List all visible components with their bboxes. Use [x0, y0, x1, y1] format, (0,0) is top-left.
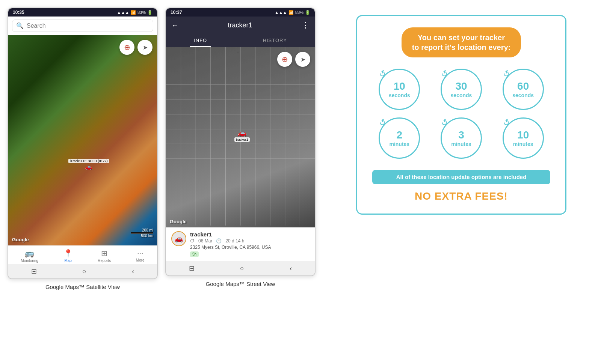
- nav-map[interactable]: 📍 Map: [63, 249, 73, 263]
- interval-inner-4: 3 minutes: [451, 129, 471, 147]
- nav-more[interactable]: ··· More: [136, 249, 145, 263]
- tracker-date-icon: ⏱: [190, 238, 195, 244]
- phone2-gesture-bar: ⊟ ○ ‹: [166, 261, 315, 275]
- phone1-caption: Google Maps™ Satellite View: [45, 282, 120, 292]
- promo-title-line2: to report it's location every:: [412, 43, 511, 51]
- reports-icon: ⊞: [101, 249, 107, 258]
- interval-inner-1: 30 seconds: [451, 80, 472, 98]
- phone2-signal-icon: ▲▲▲: [275, 10, 287, 15]
- interval-item-3: ↺ 2 minutes: [372, 117, 427, 159]
- tracker-badge: 5h: [190, 251, 199, 257]
- interval-unit-3: minutes: [389, 141, 409, 147]
- interval-circle-1: ↺ 30 seconds: [441, 69, 482, 110]
- tracker-label: iTrack1LTE BOLD (0177): [68, 159, 109, 163]
- street-tracker-label: tracker1: [234, 137, 250, 142]
- navigate-button[interactable]: ➤: [137, 40, 153, 55]
- phone2-gesture-back-icon: ‹: [290, 265, 292, 272]
- gesture-home-icon: ○: [82, 268, 86, 275]
- reports-label: Reports: [98, 259, 111, 263]
- search-input[interactable]: [27, 23, 149, 29]
- phone2-compass-button[interactable]: ⊕: [277, 52, 292, 67]
- arrow-1: ↺: [439, 68, 450, 80]
- promo-title-box: You can set your tracker to report it's …: [402, 27, 521, 57]
- scale-bar: 200 mi 500 km: [131, 228, 153, 238]
- interval-number-5: 10: [517, 129, 529, 141]
- nav-reports[interactable]: ⊞ Reports: [98, 249, 111, 263]
- compass-icon: ⊕: [124, 43, 130, 52]
- interval-number-3: 2: [397, 129, 403, 141]
- scroll-indicator: ⌃: [236, 50, 240, 57]
- tracker-name: tracker1: [190, 231, 271, 238]
- phone2-compass-icon: ⊕: [282, 55, 288, 64]
- nav-monitoring[interactable]: 🚌 Monitoring: [21, 249, 38, 263]
- scale-top: 200 mi: [142, 228, 153, 232]
- phone2-status-bar: 10:37 ▲▲▲ 📶 83% 🔋: [166, 8, 315, 17]
- tracker-info-bar: 🚗 tracker1 ⏱ 06 Mar 🕐 20 d 14 h 2325 Mye…: [166, 227, 315, 261]
- phone1-battery: 83%: [137, 10, 146, 15]
- street-tracker-marker: 🚗 tracker1: [234, 128, 250, 142]
- included-text: All of these location update options are…: [396, 174, 527, 180]
- phone2-caption: Google Maps™ Street View: [206, 279, 275, 289]
- tab-info-label: INFO: [194, 38, 207, 43]
- phone2-battery: 83%: [295, 10, 304, 15]
- interval-inner-3: 2 minutes: [389, 129, 409, 147]
- interval-number-1: 30: [455, 80, 467, 92]
- tab-history-label: HISTORY: [263, 38, 287, 43]
- interval-inner-2: 60 seconds: [512, 80, 534, 98]
- arrow-5: ↺: [501, 117, 512, 129]
- tab-history[interactable]: HISTORY: [252, 34, 298, 47]
- phone2-gesture-recent-icon: ⊟: [189, 264, 195, 272]
- interval-item-0: ↺ 10 seconds: [372, 69, 427, 110]
- phone2-status-icons: ▲▲▲ 📶 83% 🔋: [275, 10, 310, 15]
- phone2-google-watermark: Google: [170, 219, 187, 224]
- phone1-search-bar: 🔍: [8, 17, 157, 35]
- tab-info[interactable]: INFO: [183, 34, 218, 47]
- phone2-navigate-icon: ➤: [300, 56, 305, 63]
- phone2-title: tracker1: [228, 21, 252, 29]
- search-box[interactable]: 🔍: [12, 20, 153, 32]
- interval-item-5: ↺ 10 minutes: [496, 117, 550, 159]
- arrow-4: ↺: [439, 117, 450, 129]
- phone2-mockup: 10:37 ▲▲▲ 📶 83% 🔋 ← tracker1 ⋮ INFO HIST…: [165, 8, 316, 276]
- interval-unit-0: seconds: [389, 92, 410, 98]
- more-icon: ···: [137, 249, 143, 257]
- map-label: Map: [64, 259, 71, 263]
- tracker-duration: 20 d 14 h: [225, 238, 244, 244]
- phone2-more-button[interactable]: ⋮: [301, 20, 310, 30]
- phone1-mockup: 10:35 ▲▲▲ 📶 83% 🔋 🔍 ⊕: [8, 8, 158, 279]
- promo-title-line1: You can set your tracker: [418, 33, 505, 42]
- google-watermark: Google: [12, 237, 29, 242]
- promo-panel: You can set your tracker to report it's …: [323, 8, 599, 222]
- tracker-date: 06 Mar: [198, 238, 212, 244]
- phone2-time: 10:37: [171, 10, 182, 15]
- more-label: More: [136, 258, 145, 262]
- back-button[interactable]: ←: [171, 21, 179, 30]
- street-map-bg: ⊕ ➤ 🚗 tracker1 Google ⌃: [166, 47, 315, 227]
- interval-circle-4: ↺ 3 minutes: [441, 117, 482, 159]
- interval-circle-3: ↺ 2 minutes: [379, 117, 420, 159]
- interval-circle-0: ↺ 10 seconds: [379, 69, 420, 110]
- tracker-avatar: 🚗: [171, 231, 186, 246]
- satellite-map-bg: ⊕ ➤ iTrack1LTE BOLD (0177) 🚗 Google 200 …: [8, 35, 157, 245]
- interval-number-4: 3: [458, 129, 464, 141]
- interval-grid: ↺ 10 seconds ↺ 30 seconds: [372, 69, 550, 159]
- gesture-back-icon: ‹: [132, 268, 134, 275]
- compass-button[interactable]: ⊕: [119, 40, 134, 55]
- no-fees-text: NO EXTRA FEES!: [372, 190, 550, 202]
- tracker-clock-icon: 🕐: [216, 238, 222, 244]
- tracker-details: tracker1 ⏱ 06 Mar 🕐 20 d 14 h 2325 Myers…: [190, 231, 271, 257]
- phone2-navigate-button[interactable]: ➤: [295, 52, 310, 67]
- search-icon: 🔍: [16, 22, 24, 29]
- phone1-bottom-nav: 🚌 Monitoring 📍 Map ⊞ Reports ··· More: [8, 245, 157, 264]
- interval-item-4: ↺ 3 minutes: [434, 117, 489, 159]
- scale-bottom: 500 km: [141, 234, 153, 238]
- navigate-icon: ➤: [143, 44, 148, 51]
- phone1-battery-icon: 🔋: [147, 10, 153, 15]
- interval-inner-5: 10 minutes: [513, 129, 533, 147]
- arrow-3: ↺: [377, 117, 388, 129]
- interval-unit-4: minutes: [451, 141, 471, 147]
- arrow-2: ↺: [501, 68, 512, 80]
- tracker-address: 2325 Myers St, Oroville, CA 95966, USA: [190, 245, 271, 250]
- gesture-recent-icon: ⊟: [31, 267, 37, 275]
- street-car-icon: 🚗: [237, 128, 247, 137]
